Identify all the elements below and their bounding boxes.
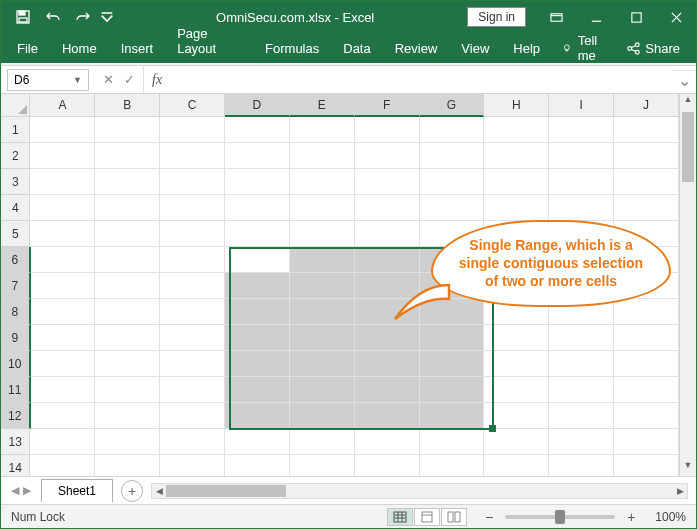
cell-B4[interactable] — [95, 195, 160, 221]
cell-J2[interactable] — [614, 143, 679, 169]
ribbon-display-icon[interactable] — [536, 3, 576, 31]
chevron-down-icon[interactable]: ▼ — [73, 75, 82, 85]
cell-F6[interactable] — [355, 247, 420, 273]
row-header-3[interactable]: 3 — [1, 169, 30, 195]
cell-E5[interactable] — [290, 221, 355, 247]
qat-dropdown-icon[interactable] — [99, 3, 115, 31]
cell-C14[interactable] — [160, 455, 225, 476]
cell-E12[interactable] — [290, 403, 355, 429]
expand-formula-bar-icon[interactable]: ⌄ — [672, 70, 696, 90]
tab-formulas[interactable]: Formulas — [253, 35, 331, 63]
add-sheet-button[interactable]: + — [121, 480, 143, 502]
cell-E10[interactable] — [290, 351, 355, 377]
cell-F12[interactable] — [355, 403, 420, 429]
col-header-B[interactable]: B — [95, 94, 160, 117]
cell-E6[interactable] — [290, 247, 355, 273]
cell-J10[interactable] — [614, 351, 679, 377]
cell-I1[interactable] — [549, 117, 614, 143]
cell-A11[interactable] — [31, 377, 96, 403]
tab-home[interactable]: Home — [50, 35, 109, 63]
cell-H10[interactable] — [484, 351, 549, 377]
cell-F3[interactable] — [355, 169, 420, 195]
cell-D9[interactable] — [225, 325, 290, 351]
cell-C6[interactable] — [160, 247, 225, 273]
row-header-8[interactable]: 8 — [1, 299, 31, 325]
cell-D12[interactable] — [225, 403, 290, 429]
tab-insert[interactable]: Insert — [109, 35, 166, 63]
cell-F10[interactable] — [355, 351, 420, 377]
cell-A13[interactable] — [30, 429, 95, 455]
cell-H3[interactable] — [484, 169, 549, 195]
col-header-C[interactable]: C — [160, 94, 225, 117]
cell-D3[interactable] — [225, 169, 290, 195]
cell-D7[interactable] — [225, 273, 290, 299]
cell-E8[interactable] — [290, 299, 355, 325]
cell-J4[interactable] — [614, 195, 679, 221]
cell-F1[interactable] — [355, 117, 420, 143]
col-header-G[interactable]: G — [420, 94, 485, 117]
cell-G12[interactable] — [420, 403, 485, 429]
cell-C10[interactable] — [160, 351, 225, 377]
cell-C5[interactable] — [160, 221, 225, 247]
cell-I11[interactable] — [549, 377, 614, 403]
row-header-7[interactable]: 7 — [1, 273, 31, 299]
cell-H12[interactable] — [484, 403, 549, 429]
cell-F11[interactable] — [355, 377, 420, 403]
cell-E14[interactable] — [290, 455, 355, 476]
cell-A12[interactable] — [31, 403, 96, 429]
cell-J13[interactable] — [614, 429, 679, 455]
col-header-A[interactable]: A — [30, 94, 95, 117]
cell-E1[interactable] — [290, 117, 355, 143]
row-header-1[interactable]: 1 — [1, 117, 30, 143]
cell-G13[interactable] — [420, 429, 485, 455]
sheet-nav-prev-icon[interactable]: ◀ — [11, 484, 19, 497]
zoom-percent[interactable]: 100% — [655, 510, 686, 524]
tellme-search[interactable]: Tell me — [552, 33, 614, 63]
cell-F13[interactable] — [355, 429, 420, 455]
cell-B3[interactable] — [95, 169, 160, 195]
tab-data[interactable]: Data — [331, 35, 382, 63]
cell-I12[interactable] — [549, 403, 614, 429]
name-box[interactable]: D6 ▼ — [7, 69, 89, 91]
cell-B5[interactable] — [95, 221, 160, 247]
cell-E9[interactable] — [290, 325, 355, 351]
vscroll-thumb[interactable] — [682, 112, 694, 182]
cell-H4[interactable] — [484, 195, 549, 221]
cell-C12[interactable] — [160, 403, 225, 429]
tab-file[interactable]: File — [5, 35, 50, 63]
cell-I9[interactable] — [549, 325, 614, 351]
row-header-4[interactable]: 4 — [1, 195, 30, 221]
cell-C7[interactable] — [160, 273, 225, 299]
scroll-up-icon[interactable]: ▲ — [680, 94, 696, 110]
signin-button[interactable]: Sign in — [467, 7, 526, 27]
cell-D14[interactable] — [225, 455, 290, 476]
tab-view[interactable]: View — [449, 35, 501, 63]
cell-D10[interactable] — [225, 351, 290, 377]
tab-review[interactable]: Review — [383, 35, 450, 63]
cell-B14[interactable] — [95, 455, 160, 476]
cell-C11[interactable] — [160, 377, 225, 403]
row-header-12[interactable]: 12 — [1, 403, 31, 429]
cell-C9[interactable] — [160, 325, 225, 351]
scroll-left-icon[interactable]: ◀ — [152, 484, 166, 498]
close-icon[interactable] — [656, 3, 696, 31]
vertical-scrollbar[interactable]: ▲ ▼ — [679, 94, 696, 476]
cell-I3[interactable] — [549, 169, 614, 195]
select-all-corner[interactable] — [1, 94, 30, 117]
cell-B1[interactable] — [95, 117, 160, 143]
cell-B13[interactable] — [95, 429, 160, 455]
view-pagebreak-icon[interactable] — [441, 508, 467, 526]
zoom-in-button[interactable]: + — [623, 509, 639, 525]
minimize-icon[interactable] — [576, 3, 616, 31]
cell-F5[interactable] — [355, 221, 420, 247]
cell-G3[interactable] — [420, 169, 485, 195]
cell-E3[interactable] — [290, 169, 355, 195]
cell-B11[interactable] — [95, 377, 160, 403]
cell-B2[interactable] — [95, 143, 160, 169]
view-normal-icon[interactable] — [387, 508, 413, 526]
col-header-D[interactable]: D — [225, 94, 290, 117]
cell-F2[interactable] — [355, 143, 420, 169]
cell-A4[interactable] — [30, 195, 95, 221]
cell-B12[interactable] — [95, 403, 160, 429]
sheet-tab-sheet1[interactable]: Sheet1 — [41, 479, 113, 502]
